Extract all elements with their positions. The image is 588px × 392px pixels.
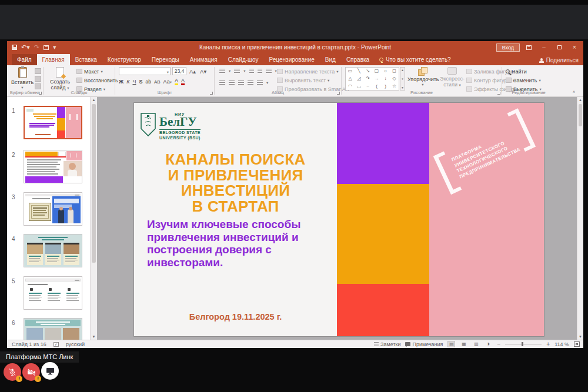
character-spacing-button[interactable]: АВ [154,79,161,85]
find-button[interactable]: Найти [506,68,542,75]
increase-indent-icon[interactable] [258,69,262,73]
tab-design[interactable]: Конструктор [102,54,146,65]
numbering-icon[interactable] [234,69,240,73]
shape-icon[interactable]: ▢ [375,69,379,73]
decrease-indent-icon[interactable] [249,69,254,73]
camera-off-button[interactable]: ! [22,363,40,381]
shape-icon[interactable]: ☆ [392,84,396,89]
notes-button[interactable]: Заметки [374,341,400,347]
slide-thumbnail-5[interactable] [24,276,82,310]
tab-transitions[interactable]: Переходы [146,54,185,65]
line-spacing-icon[interactable] [266,69,272,73]
tell-me-search[interactable]: Что вы хотите сделать? [375,54,456,65]
underline-button[interactable]: Ч [132,79,136,85]
shape-icon[interactable]: ◡ [357,84,361,89]
spellcheck-icon[interactable]: ✓ [54,342,59,347]
slide-editor[interactable]: НИУ БелГУ BELGOROD STATE UNIVERSITY (BSU… [134,103,544,336]
minimize-button[interactable]: – [537,42,550,52]
slideshow-view-button[interactable]: ⏵ [485,341,492,347]
scroll-up-icon[interactable]: ▲ [577,98,583,102]
italic-button[interactable]: К [126,79,129,85]
ribbon-display-options-button[interactable] [522,42,535,52]
canvas-scrollbar[interactable]: ▲ ▼ [577,97,583,340]
shapes-scrollbar[interactable]: ▲▾▼ [400,67,405,91]
paragraph-dialog-launcher[interactable] [337,92,340,95]
microphone-muted-button[interactable]: ! [4,363,21,381]
zoom-slider-handle[interactable] [522,342,523,346]
zoom-level[interactable]: 114 % [554,341,569,347]
shrink-font-button[interactable]: А▾ [199,68,208,75]
zoom-in-button[interactable]: + [546,341,550,347]
scroll-down-icon[interactable]: ▼ [577,335,583,339]
columns-icon[interactable] [257,81,263,85]
align-right-icon[interactable] [238,81,244,85]
shape-icon[interactable]: ╲ [358,69,360,73]
text-shadow-button[interactable]: S [139,79,142,85]
align-left-icon[interactable] [219,81,225,85]
restore-button[interactable] [553,42,566,52]
shape-icon[interactable]: ◻ [392,69,396,73]
thumbnail-scrollbar[interactable]: ▲ ▼ [90,97,97,340]
slide-thumbnail-4[interactable] [24,234,82,267]
font-color-button[interactable]: А [181,78,185,85]
reading-view-button[interactable]: ▥ [472,341,480,347]
tab-slideshow[interactable]: Слайд-шоу [223,54,264,65]
shape-icon[interactable]: ↘ [366,69,370,73]
new-slide-button[interactable]: Создать слайд ▾ [46,66,74,91]
shape-icon[interactable]: ↷ [366,76,370,81]
zoom-slider[interactable] [505,344,542,344]
shape-icon[interactable]: ◿ [357,76,360,81]
bold-button[interactable]: Ж [119,79,123,85]
tab-review[interactable]: Рецензирование [264,54,320,65]
slide-thumbnail-6[interactable] [24,318,82,340]
highlight-color-button[interactable]: А [175,78,178,85]
tab-animations[interactable]: Анимация [185,54,223,65]
strikethrough-button[interactable]: ab [145,79,151,85]
zoom-out-button[interactable]: − [497,341,500,347]
shapes-gallery[interactable]: ▭ ╲ ↘ ▢ ○ ◻ △ ◿ ↷ → ↓ ◇ ◠ ◡ ~ ( ) [345,67,399,91]
layout-button[interactable]: Макет▾ [76,68,118,75]
font-dialog-launcher[interactable] [210,92,213,95]
drawing-dialog-launcher[interactable] [497,92,500,95]
bullets-icon[interactable] [219,69,225,73]
tab-insert[interactable]: Вставка [70,54,102,65]
normal-view-button[interactable]: ▤ [447,341,455,347]
slide-subtitle[interactable]: Изучим ключевые способы привлечения инве… [147,218,323,269]
shape-icon[interactable]: ~ [366,84,369,89]
copy-icon[interactable] [35,76,41,82]
shape-icon[interactable]: ) [385,84,386,89]
screen-share-button[interactable] [41,362,59,380]
slide-title[interactable]: КАНАЛЫ ПОИСКА И ПРИВЛЕЧЕНИЯ ИНВЕСТИЦИЙ В… [134,152,337,214]
shape-icon[interactable]: ▭ [348,69,353,73]
change-case-button[interactable]: Аа▾ [163,79,172,85]
slide-thumbnail-3[interactable] [24,192,82,226]
scroll-up-icon[interactable]: ▲ [91,98,97,102]
align-center-icon[interactable] [229,81,235,85]
quick-styles-button[interactable]: Экспресс- стили ▾ [439,66,465,88]
shape-icon[interactable]: → [375,76,379,81]
slide-date[interactable]: Белгород 19.11.2025 г. [134,312,337,321]
cut-icon[interactable] [35,68,41,74]
share-button[interactable]: Поделиться [539,57,579,63]
scroll-down-icon[interactable]: ▼ [91,335,97,339]
shape-icon[interactable]: △ [348,76,352,81]
tab-home[interactable]: Главная [37,54,70,65]
login-button[interactable]: Вход [496,43,520,52]
arrange-button[interactable]: Упорядочить▾ [407,66,438,87]
slide-sorter-view-button[interactable]: ▦ [460,341,467,347]
shape-icon[interactable]: ○ [384,69,387,73]
justify-icon[interactable] [248,81,253,85]
clipboard-dialog-launcher[interactable] [39,92,42,95]
reset-button[interactable]: Восстановить [76,76,118,84]
tab-help[interactable]: Справка [341,54,375,65]
tab-file[interactable]: Файл [12,54,37,65]
tab-view[interactable]: Вид [320,54,341,65]
format-painter-icon[interactable] [35,83,41,89]
replace-button[interactable]: Заменить▾ [506,76,542,84]
close-button[interactable]: × [568,42,581,52]
font-size-combo[interactable]: 23,4 [172,67,186,75]
language-indicator[interactable]: русский [66,341,85,347]
collapse-ribbon-icon[interactable]: ˄ [573,90,575,94]
shape-icon[interactable]: ◇ [392,76,396,81]
slide-thumbnail-1[interactable] [24,106,82,139]
